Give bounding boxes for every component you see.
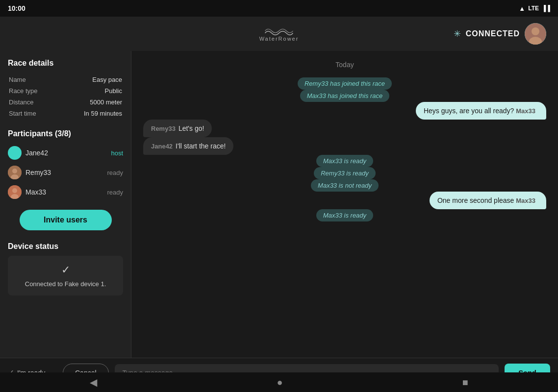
participant-left: Max33	[8, 185, 46, 199]
top-bar: WaterRower ✳ CONNECTED	[0, 17, 558, 51]
participant-status: ready	[107, 189, 123, 196]
waterrower-label: WaterRower	[259, 36, 299, 42]
race-detail-value: In 59 minutes	[58, 108, 122, 119]
status-chip-row: Max33 is ready	[143, 209, 546, 221]
bluetooth-icon: ✳	[454, 28, 461, 39]
participant-left: Remy33	[8, 166, 51, 179]
participant-avatar	[8, 146, 22, 160]
chat-messages[interactable]: Today Remy33 has joined this raceMax33 h…	[131, 51, 558, 358]
race-detail-label: Name	[9, 74, 57, 85]
chat-bubble-left: Remy33Let's go!	[143, 120, 212, 137]
date-divider: Today	[143, 61, 546, 69]
participant-avatar	[8, 185, 22, 199]
connected-label: CONNECTED	[466, 29, 520, 38]
participants-header: Participants (3/8)	[8, 129, 123, 138]
chat-bubble-row-right: Heys guys, are you all ready? Max33	[143, 102, 546, 120]
bubble-sender: Max33	[516, 107, 535, 115]
system-message: Max33 has joined this race	[143, 90, 546, 102]
participant-item: Jane42 host	[8, 143, 123, 163]
home-button[interactable]: ●	[277, 377, 282, 388]
race-details-table: NameEasy paceRace typePublicDistance5000…	[8, 74, 123, 120]
device-connected-text: Connected to Fake device 1.	[25, 280, 106, 288]
bubble-sender: Max33	[516, 197, 535, 204]
race-detail-value: Easy pace	[58, 74, 122, 85]
status-chip: Max33 is not ready	[311, 179, 379, 192]
bubble-sender: Remy33	[151, 125, 176, 132]
system-bubble: Max33 has joined this race	[300, 90, 390, 102]
race-detail-label: Race type	[9, 86, 57, 96]
signal-icon: ▐▐	[542, 5, 550, 12]
race-detail-value: Public	[58, 86, 122, 96]
participant-name: Max33	[25, 188, 46, 196]
system-bubble: Remy33 has joined this race	[298, 77, 392, 90]
participant-item: Remy33 ready	[8, 163, 123, 182]
race-detail-row: NameEasy pace	[9, 74, 122, 85]
participant-left: Jane42	[8, 146, 48, 160]
chat-bubble-left: Jane42I'll start the race!	[143, 137, 233, 155]
chat-bubble-right: Heys guys, are you all ready? Max33	[416, 102, 546, 120]
race-detail-row: Race typePublic	[9, 86, 122, 96]
connected-area: ✳ CONNECTED	[454, 23, 546, 45]
main-layout: Race details NameEasy paceRace typePubli…	[0, 51, 558, 358]
race-detail-label: Distance	[9, 97, 57, 107]
waterrower-waves-icon	[264, 26, 294, 36]
back-button[interactable]: ◀	[90, 376, 97, 388]
chat-area: Today Remy33 has joined this raceMax33 h…	[131, 51, 558, 358]
bubble-text: I'll start the race!	[176, 142, 226, 150]
lte-icon: LTE	[528, 5, 539, 12]
status-chip-row: Max33 is ready	[143, 155, 546, 167]
logo-area: WaterRower	[259, 26, 299, 42]
participant-status: host	[111, 149, 123, 157]
chat-bubble-row-left: Remy33Let's go!	[143, 120, 546, 137]
avatar	[525, 23, 546, 45]
messages-container: Remy33 has joined this raceMax33 has joi…	[143, 77, 546, 221]
bubble-sender: Jane42	[151, 143, 173, 150]
participant-item: Max33 ready	[8, 182, 123, 202]
race-detail-row: Start timeIn 59 minutes	[9, 108, 122, 119]
recents-button[interactable]: ■	[462, 377, 468, 388]
participants-list: Jane42 host Remy33 ready Max33 ready	[8, 143, 123, 202]
status-chip: Max33 is ready	[316, 155, 373, 167]
participant-name: Jane42	[25, 149, 48, 157]
svg-point-4	[12, 169, 17, 173]
chat-bubble-row-right: One more second please Max33	[143, 192, 546, 209]
race-details-title: Race details	[8, 59, 123, 68]
participant-status: ready	[107, 169, 123, 176]
status-bar: 10:00 ▲ LTE ▐▐	[0, 0, 558, 17]
wifi-icon: ▲	[519, 5, 525, 12]
participant-name: Remy33	[25, 169, 51, 176]
status-icons: ▲ LTE ▐▐	[519, 5, 550, 12]
nav-bar: ◀ ● ■	[0, 372, 558, 392]
chat-bubble-row-left: Jane42I'll start the race!	[143, 137, 546, 155]
check-icon: ✓	[61, 264, 70, 276]
bubble-text: Heys guys, are you all ready?	[424, 107, 514, 115]
bubble-text: Let's go!	[178, 124, 204, 132]
invite-users-button[interactable]: Invite users	[20, 210, 112, 230]
status-chip-row: Max33 is not ready	[143, 179, 546, 192]
device-status-title: Device status	[8, 242, 123, 251]
svg-point-7	[12, 188, 17, 193]
status-chip: Max33 is ready	[316, 209, 373, 221]
sidebar: Race details NameEasy paceRace typePubli…	[0, 51, 131, 358]
bubble-text: One more second please	[437, 196, 514, 204]
race-detail-value: 5000 meter	[58, 97, 122, 107]
race-detail-label: Start time	[9, 108, 57, 119]
participant-avatar	[8, 166, 22, 179]
race-detail-row: Distance5000 meter	[9, 97, 122, 107]
status-time: 10:00	[8, 4, 25, 12]
svg-point-1	[532, 27, 539, 35]
status-chip-row: Remy33 is ready	[143, 167, 546, 179]
device-status-card: ✓ Connected to Fake device 1.	[8, 256, 123, 295]
chat-bubble-right: One more second please Max33	[430, 192, 546, 209]
system-message: Remy33 has joined this race	[143, 77, 546, 90]
status-chip: Remy33 is ready	[314, 167, 376, 179]
